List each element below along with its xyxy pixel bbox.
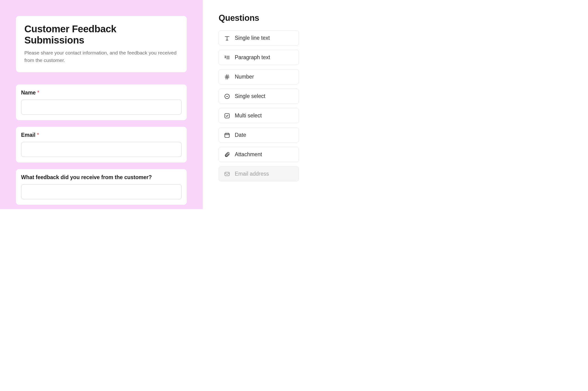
question-type-multi-select[interactable]: Multi select <box>219 108 299 123</box>
question-type-paragraph-text[interactable]: Paragraph text <box>219 50 299 65</box>
svg-rect-3 <box>225 172 229 176</box>
attachment-icon <box>224 152 230 158</box>
question-type-label: Attachment <box>235 151 262 158</box>
email-icon <box>224 171 230 177</box>
hash-icon <box>224 74 230 80</box>
feedback-input[interactable] <box>21 184 182 199</box>
single-select-icon <box>224 93 230 99</box>
field-label-text: Name <box>21 90 36 96</box>
question-type-label: Email address <box>235 171 269 177</box>
multi-select-icon <box>224 113 230 119</box>
calendar-icon <box>224 132 230 138</box>
field-card-email[interactable]: Email * <box>16 127 187 163</box>
svg-rect-2 <box>225 133 229 137</box>
sidebar-title: Questions <box>219 13 299 23</box>
svg-rect-1 <box>225 113 229 118</box>
field-label: Email * <box>21 132 182 138</box>
form-description: Please share your contact information, a… <box>24 49 178 64</box>
question-type-attachment[interactable]: Attachment <box>219 147 299 162</box>
field-label: Name * <box>21 90 182 96</box>
text-icon <box>224 35 230 41</box>
paragraph-icon <box>224 55 230 61</box>
name-input[interactable] <box>21 100 182 115</box>
question-type-date[interactable]: Date <box>219 127 299 143</box>
question-type-label: Multi select <box>235 112 262 119</box>
email-input[interactable] <box>21 142 182 157</box>
required-asterisk: * <box>37 132 39 138</box>
field-label-text: What feedback did you receive from the c… <box>21 174 152 180</box>
form-title: Customer Feedback Submissions <box>24 23 178 46</box>
question-type-label: Paragraph text <box>235 54 270 61</box>
form-header-card[interactable]: Customer Feedback Submissions Please sha… <box>16 16 187 72</box>
question-type-label: Date <box>235 132 246 138</box>
question-type-email-address: Email address <box>219 166 299 182</box>
question-type-label: Single select <box>235 93 265 99</box>
required-asterisk: * <box>37 90 39 96</box>
field-label-text: Email <box>21 132 35 138</box>
question-type-number[interactable]: Number <box>219 69 299 85</box>
question-type-label: Number <box>235 74 254 80</box>
field-label: What feedback did you receive from the c… <box>21 174 182 181</box>
field-card-name[interactable]: Name * <box>16 85 187 120</box>
questions-sidebar: Questions Single line text Paragraph tex… <box>203 0 315 209</box>
question-type-label: Single line text <box>235 35 270 41</box>
question-type-single-line-text[interactable]: Single line text <box>219 30 299 46</box>
question-type-single-select[interactable]: Single select <box>219 89 299 104</box>
field-card-feedback[interactable]: What feedback did you receive from the c… <box>16 169 187 205</box>
form-canvas: Customer Feedback Submissions Please sha… <box>0 0 203 209</box>
